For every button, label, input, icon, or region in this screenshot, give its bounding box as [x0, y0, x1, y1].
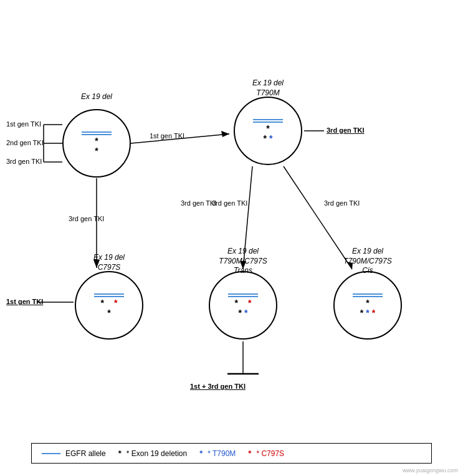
star-tr-2: * — [264, 134, 267, 143]
star-tr-1: * — [266, 124, 269, 133]
legend-egfr-label: EGFR allele — [65, 449, 106, 458]
arrows-overlay — [0, 0, 463, 476]
tki-2nd-gen-top: 2nd gen TKI — [6, 139, 44, 146]
cell-trans-inner: * * * * — [228, 293, 258, 317]
tki-combo-label: 1st + 3rd gen TKI — [190, 383, 246, 390]
star-row-mc-2: * * — [239, 308, 248, 317]
legend-star2: * — [199, 449, 203, 458]
legend-star3: * — [248, 449, 251, 458]
allele-line-mc-2 — [228, 296, 258, 297]
legend-line — [42, 453, 60, 454]
cell-cis-inner: * * * * — [353, 293, 383, 317]
star-mr-blue: * — [366, 308, 369, 317]
star-mr-red: * — [372, 308, 375, 317]
legend-star3-label: * C797S — [256, 449, 284, 458]
cell-ex19del: * * — [62, 109, 131, 178]
cell-ex19del-c797s-inner: * * * — [94, 293, 124, 317]
star-row-mr-1: * — [366, 298, 369, 307]
tki-arrow-3rd-right: 3rd gen TKI — [324, 199, 360, 207]
svg-marker-5 — [221, 131, 229, 137]
star-row-2: * — [95, 146, 98, 155]
tki-arrow-3rd-left: 3rd gen TKI — [181, 199, 216, 207]
label-trans: Ex 19 delT790M/C797STrans — [206, 247, 280, 276]
cell-ex19del-t790m: * * * — [234, 97, 302, 165]
star-row-tr-1: * — [266, 124, 269, 133]
star-mr-2: * — [360, 308, 363, 317]
tki-arrow-3rd-center: 3rd gen TKI — [212, 199, 247, 207]
legend-star2-label: * T790M — [208, 449, 236, 458]
tki-1st-gen-mid: 1st gen TKI — [6, 298, 43, 305]
tki-3rd-down-label: 3rd gen TKI — [69, 215, 104, 222]
allele-line-1 — [82, 131, 112, 133]
watermark: www.yuaigongwu.com — [403, 467, 458, 474]
allele-line-mr-2 — [353, 296, 383, 297]
star-mr-1: * — [366, 298, 369, 307]
star-ex19-1: * — [95, 136, 98, 145]
allele-line-ml-1 — [94, 293, 124, 295]
star-mc-red: * — [248, 298, 251, 307]
star-mc-blue: * — [244, 308, 247, 317]
label-ex19del-t790m: Ex 19 delT790M — [234, 79, 302, 98]
tki-3rd-gen-right: 3rd gen TKI — [327, 126, 365, 134]
allele-line-mc-1 — [228, 293, 258, 295]
allele-line-tr-1 — [253, 119, 283, 120]
tki-3rd-gen-top: 3rd gen TKI — [6, 158, 42, 165]
star-ml-1: * — [101, 298, 104, 307]
star-row-mc-1: * * — [235, 298, 252, 307]
star-row-ml-2: * — [107, 308, 110, 317]
cell-trans: * * * * — [209, 271, 277, 340]
label-ex19del-c797s: Ex 19 delC797S — [74, 253, 145, 272]
allele-line-tr-2 — [253, 121, 283, 123]
star-ml-red: * — [114, 298, 117, 307]
star-mc-1: * — [235, 298, 238, 307]
cell-cis: * * * * — [333, 271, 402, 340]
star-ml-2: * — [107, 308, 110, 317]
legend: EGFR allele * * Exon 19 deletion * * T79… — [31, 443, 432, 464]
star-mc-2: * — [239, 308, 242, 317]
tki-1st-gen-top: 1st gen TKI — [6, 120, 41, 128]
star-row-1: * — [95, 136, 98, 145]
allele-line-mr-1 — [353, 293, 383, 295]
star-row-ml-1: * * — [101, 298, 118, 307]
label-ex19del-top: Ex 19 del — [69, 92, 125, 102]
cell-ex19del-inner: * * — [82, 131, 112, 155]
legend-star1: * — [118, 449, 122, 458]
star-ex19-2: * — [95, 146, 98, 155]
diagram: * * Ex 19 del 1st gen TKI 2nd gen TKI 3r… — [0, 0, 463, 476]
legend-star1-label: * Exon 19 deletion — [126, 449, 187, 458]
star-tr-blue: * — [269, 134, 272, 143]
star-row-tr-2: * * — [264, 134, 273, 143]
cell-ex19del-t790m-inner: * * * — [253, 119, 283, 143]
label-cis: Ex 19 delT790M/C797SCis — [330, 247, 405, 276]
tki-arrow-label-1st: 1st gen TKI — [150, 132, 184, 140]
tki-1st-gen-mid-text: 1st gen TKI — [6, 298, 43, 305]
allele-line-2 — [82, 134, 112, 135]
allele-line-ml-2 — [94, 296, 124, 297]
star-row-mr-2: * * * — [360, 308, 375, 317]
cell-ex19del-c797s: * * * — [75, 271, 143, 340]
